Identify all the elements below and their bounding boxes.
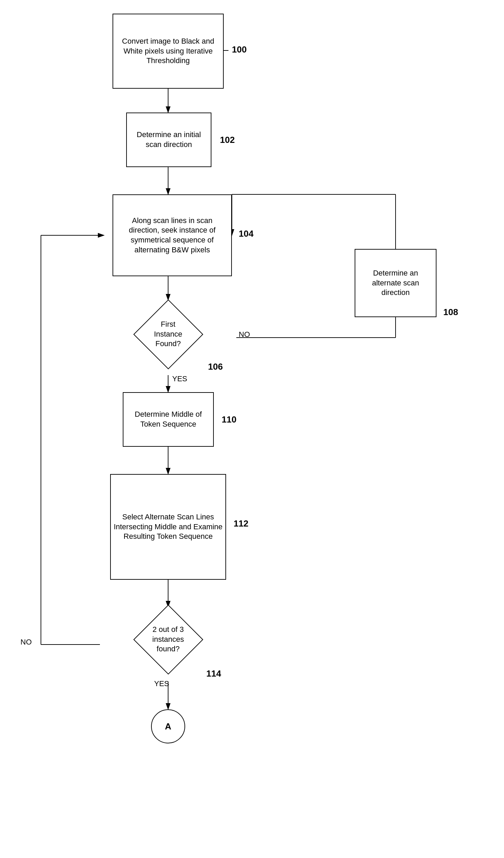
box-112-label: Select Alternate Scan Lines Intersecting… — [114, 512, 223, 542]
no-label-106: NO — [239, 330, 250, 339]
circle-a: A — [151, 709, 185, 743]
box-110: Determine Middle of Token Sequence — [123, 392, 214, 447]
diamond-106: First Instance Found? — [134, 297, 202, 372]
label-104: 104 — [239, 228, 253, 239]
box-104-label: Along scan lines in scan direction, seek… — [116, 216, 228, 255]
box-112: Select Alternate Scan Lines Intersecting… — [110, 474, 226, 580]
label-106: 106 — [208, 361, 223, 372]
label-112: 112 — [234, 518, 248, 529]
box-100: Convert image to Black and White pixels … — [113, 14, 224, 89]
box-104: Along scan lines in scan direction, seek… — [113, 194, 232, 276]
label-100: 100 — [232, 44, 247, 55]
flowchart-diagram: Convert image to Black and White pixels … — [0, 0, 504, 858]
yes-label-106: YES — [172, 374, 187, 383]
label-102: 102 — [220, 135, 235, 145]
connector-lines — [0, 0, 504, 858]
box-108-label: Determine an alternate scan direction — [358, 268, 433, 298]
box-102-label: Determine an initial scan direction — [130, 130, 208, 149]
label-100-line — [0, 0, 504, 102]
label-110: 110 — [222, 414, 236, 425]
diamond-114-shape: 2 out of 3 instances found? — [134, 605, 202, 674]
circle-a-label: A — [165, 721, 172, 732]
label-108: 108 — [443, 307, 458, 317]
yes-label-114: YES — [154, 679, 169, 688]
diamond-106-label: First Instance Found? — [146, 320, 190, 349]
diamond-114: 2 out of 3 instances found? — [134, 600, 202, 679]
no-label-114: NO — [20, 638, 32, 647]
diamond-106-shape: First Instance Found? — [134, 300, 202, 368]
box-102: Determine an initial scan direction — [126, 113, 211, 167]
box-110-label: Determine Middle of Token Sequence — [126, 410, 210, 429]
box-100-label: Convert image to Black and White pixels … — [116, 36, 220, 66]
diamond-114-label: 2 out of 3 instances found? — [146, 625, 190, 654]
label-114: 114 — [206, 668, 221, 679]
box-108: Determine an alternate scan direction — [355, 249, 436, 317]
